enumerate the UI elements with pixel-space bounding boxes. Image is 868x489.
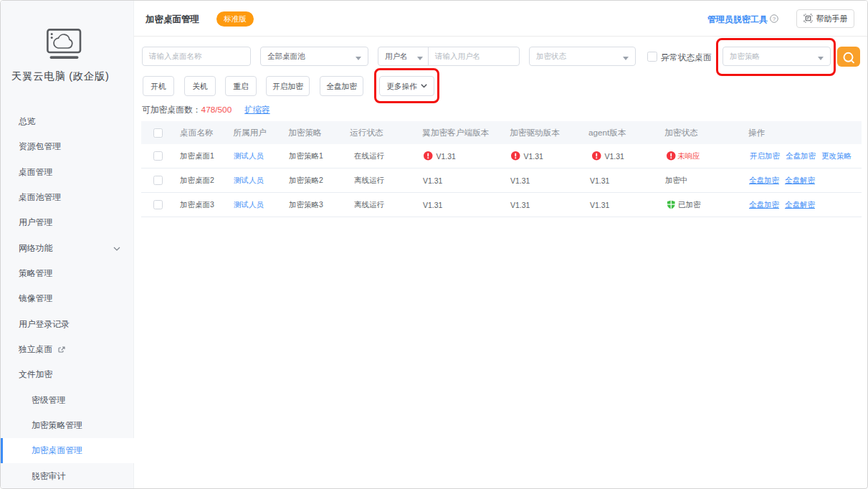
svg-text:?: ? <box>773 16 776 22</box>
